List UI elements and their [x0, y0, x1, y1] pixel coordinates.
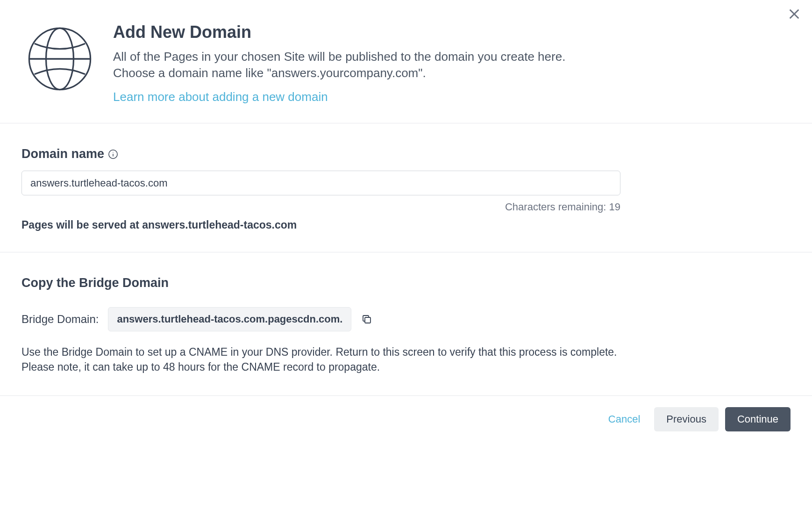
cancel-button[interactable]: Cancel [601, 407, 648, 431]
domain-name-label: Domain name [21, 147, 104, 161]
bridge-domain-row: Bridge Domain: answers.turtlehead-tacos.… [21, 307, 791, 331]
pages-served-text: Pages will be served at answers.turtlehe… [21, 219, 791, 231]
previous-button[interactable]: Previous [654, 407, 719, 431]
copy-icon [361, 314, 372, 325]
copy-button[interactable] [361, 313, 373, 325]
modal-description: All of the Pages in your chosen Site wil… [113, 49, 585, 81]
bridge-domain-value: answers.turtlehead-tacos.com.pagescdn.co… [108, 307, 351, 331]
info-icon[interactable] [108, 149, 118, 159]
continue-button[interactable]: Continue [725, 407, 791, 431]
modal-header: Add New Domain All of the Pages in your … [0, 0, 812, 123]
characters-remaining: Characters remaining: 19 [21, 201, 620, 213]
modal-title: Add New Domain [113, 22, 791, 42]
add-domain-modal: Add New Domain All of the Pages in your … [0, 0, 812, 531]
svg-rect-8 [365, 317, 370, 323]
modal-footer: Cancel Previous Continue [0, 396, 812, 443]
domain-label-row: Domain name [21, 147, 791, 161]
bridge-help-text: Use the Bridge Domain to set up a CNAME … [21, 344, 629, 374]
close-icon [788, 7, 801, 21]
globe-icon [21, 21, 98, 97]
domain-name-input[interactable] [21, 171, 620, 195]
svg-point-7 [113, 152, 113, 152]
domain-name-section: Domain name Characters remaining: 19 Pag… [0, 123, 812, 252]
header-text: Add New Domain All of the Pages in your … [113, 21, 791, 104]
learn-more-link[interactable]: Learn more about adding a new domain [113, 90, 328, 104]
bridge-section-title: Copy the Bridge Domain [21, 276, 791, 290]
close-button[interactable] [786, 6, 803, 22]
bridge-domain-section: Copy the Bridge Domain Bridge Domain: an… [0, 252, 812, 395]
bridge-domain-label: Bridge Domain: [21, 313, 99, 326]
